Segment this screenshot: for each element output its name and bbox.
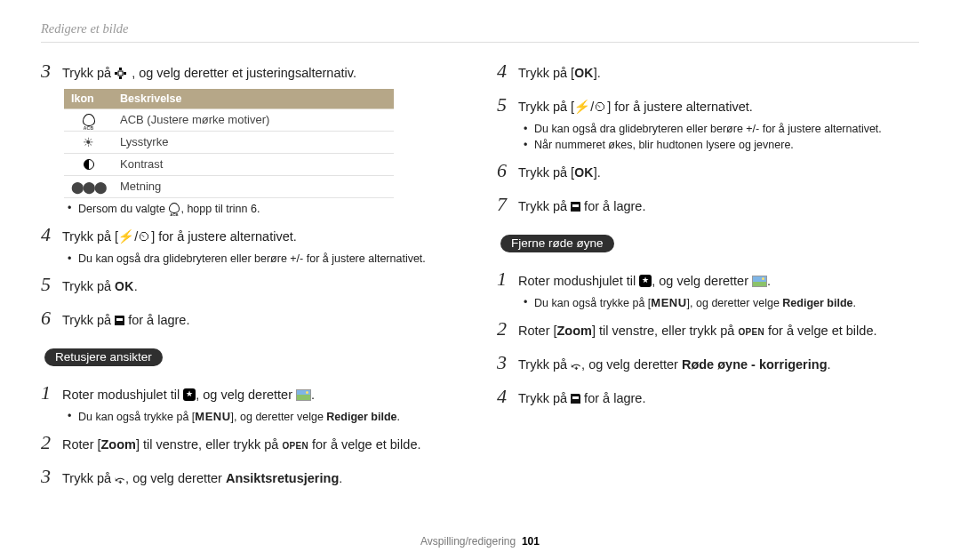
text: Roter [ bbox=[62, 437, 101, 452]
menu-icon: MENU bbox=[651, 296, 686, 309]
contrast-icon bbox=[84, 159, 94, 170]
svg-rect-0 bbox=[119, 68, 122, 70]
menu-icon: MENU bbox=[195, 410, 230, 423]
editor-icon bbox=[752, 276, 767, 287]
cell-desc: Metning bbox=[113, 175, 394, 197]
text: Du kan også trykke på [ bbox=[534, 297, 651, 309]
text: , og velg deretter et justeringsalternat… bbox=[132, 66, 356, 80]
acb-icon bbox=[83, 114, 95, 126]
save-icon bbox=[115, 316, 124, 325]
step-f1: 1 Roter modushjulet til , og velg derett… bbox=[41, 379, 463, 407]
step-r4: 4 Trykk på [OK]. bbox=[497, 57, 919, 85]
step-r6: 6 Trykk på [OK]. bbox=[497, 156, 919, 185]
th-icon: Ikon bbox=[64, 89, 113, 109]
text: , og velg deretter bbox=[196, 388, 296, 402]
step-text: Roter [Zoom] til venstre, eller trykk på… bbox=[62, 436, 463, 454]
bold-label: Rediger bilde bbox=[326, 411, 396, 423]
step-text: Trykk på for å lagre. bbox=[62, 311, 463, 330]
step-re4: 4 Trykk på for å lagre. bbox=[497, 382, 919, 411]
step-number: 3 bbox=[41, 57, 62, 85]
step-text: Roter modushjulet til , og velg deretter… bbox=[62, 386, 463, 404]
text: ] til venstre, eller trykk på bbox=[136, 437, 282, 452]
zoom-label: Zoom bbox=[557, 324, 592, 338]
flash-icon: ⚡ bbox=[117, 228, 136, 246]
text: , og velg deretter bbox=[581, 357, 682, 372]
text: for å velge et bilde. bbox=[308, 437, 421, 452]
text: for å velge et bilde. bbox=[764, 324, 877, 338]
flash-icon: ⚡ bbox=[573, 98, 592, 116]
text: ] for å justere alternativet. bbox=[607, 100, 753, 114]
ok-icon: OK bbox=[574, 165, 594, 180]
text: Roter modushjulet til bbox=[62, 388, 183, 402]
step-r5: 5 Trykk på [⚡/⏲] for å justere alternati… bbox=[497, 91, 919, 119]
editor-icon bbox=[296, 389, 311, 401]
table-row: ☀ Lysstyrke bbox=[64, 131, 394, 153]
text: Trykk på [ bbox=[518, 165, 574, 180]
page-footer: Avspilling/redigering 101 bbox=[0, 535, 960, 548]
note: Du kan også dra glidebryteren eller berø… bbox=[78, 252, 463, 265]
retouch-icon: ⤽ bbox=[115, 470, 125, 488]
bold-label: Rediger bilde bbox=[782, 297, 852, 309]
step-number: 2 bbox=[41, 428, 62, 457]
page-header: Redigere et bilde bbox=[41, 21, 919, 43]
open-label: open bbox=[738, 324, 764, 338]
page-number: 101 bbox=[522, 535, 540, 548]
text: Trykk på [ bbox=[518, 100, 574, 114]
step-number: 2 bbox=[497, 315, 518, 343]
text: ], og deretter velge bbox=[231, 411, 327, 423]
step-number: 5 bbox=[497, 91, 518, 119]
step-f3: 3 Trykk på ⤽, og velg deretter Ansiktsre… bbox=[41, 462, 463, 491]
step-text: Trykk på [⚡/⏲] for å justere alternative… bbox=[62, 228, 463, 246]
step-f2: 2 Roter [Zoom] til venstre, eller trykk … bbox=[41, 428, 463, 457]
text: Trykk på bbox=[62, 279, 115, 293]
text: . bbox=[828, 357, 831, 372]
step-text: Roter modushjulet til , og velg deretter… bbox=[518, 272, 919, 291]
text: Dersom du valgte bbox=[78, 203, 168, 215]
text: for å lagre. bbox=[580, 199, 645, 213]
zoom-label: Zoom bbox=[101, 437, 136, 452]
step-text: Trykk på for å lagre. bbox=[518, 197, 919, 216]
text: Trykk på bbox=[62, 471, 115, 485]
svg-rect-2 bbox=[124, 72, 126, 75]
text: . bbox=[767, 274, 771, 288]
timer-icon: ⏲ bbox=[594, 98, 607, 116]
icon-table: Ikon Beskrivelse ACB (Justere mørke moti… bbox=[64, 89, 394, 198]
text: Trykk på bbox=[62, 313, 115, 327]
note: Dersom du valgte , hopp til trinn 6. bbox=[78, 202, 463, 215]
svg-rect-3 bbox=[119, 76, 122, 79]
ok-icon: OK bbox=[574, 66, 594, 80]
text: for å lagre. bbox=[128, 313, 189, 327]
text: ] til venstre, eller trykk på bbox=[592, 324, 738, 338]
save-icon bbox=[571, 202, 580, 212]
text: Trykk på [ bbox=[518, 66, 574, 80]
step-re1: 1 Roter modushjulet til , og velg derett… bbox=[497, 265, 919, 293]
table-row: ACB (Justere mørke motiver) bbox=[64, 108, 394, 131]
cell-desc: Kontrast bbox=[113, 153, 394, 175]
text: Du kan også trykke på [ bbox=[78, 411, 195, 423]
text: Trykk på bbox=[518, 199, 571, 213]
text: Trykk på [ bbox=[62, 229, 118, 244]
footer-section: Avspilling/redigering bbox=[420, 535, 516, 548]
step-number: 1 bbox=[41, 379, 62, 407]
svg-rect-1 bbox=[115, 72, 117, 75]
table-row: ⬤⬤⬤ Metning bbox=[64, 175, 394, 197]
step-text: Trykk på for å lagre. bbox=[518, 389, 919, 408]
text: . bbox=[134, 279, 138, 293]
text: . bbox=[397, 411, 400, 423]
note: Du kan også trykke på [MENU], og derette… bbox=[78, 410, 463, 423]
bold-label: Ansiktsretusjering bbox=[226, 471, 339, 485]
text: , hopp til trinn 6. bbox=[180, 203, 260, 215]
step-number: 4 bbox=[497, 382, 518, 411]
note: Når nummeret økes, blir hudtonen lysere … bbox=[534, 139, 919, 151]
subsection-pill-redeye: Fjerne røde øyne bbox=[500, 235, 614, 252]
step-re2: 2 Roter [Zoom] til venstre, eller trykk … bbox=[497, 315, 919, 343]
save-icon bbox=[571, 394, 580, 404]
open-label: open bbox=[282, 437, 308, 452]
retouch-icon: ⤽ bbox=[571, 356, 581, 374]
bold-label: Røde øyne - korrigering bbox=[682, 357, 828, 372]
note: Du kan også trykke på [MENU], og derette… bbox=[534, 296, 919, 309]
ok-icon: OK bbox=[115, 279, 134, 293]
step-text: Trykk på [OK]. bbox=[518, 164, 919, 182]
text: ]. bbox=[594, 66, 601, 80]
step-number: 6 bbox=[41, 304, 62, 332]
